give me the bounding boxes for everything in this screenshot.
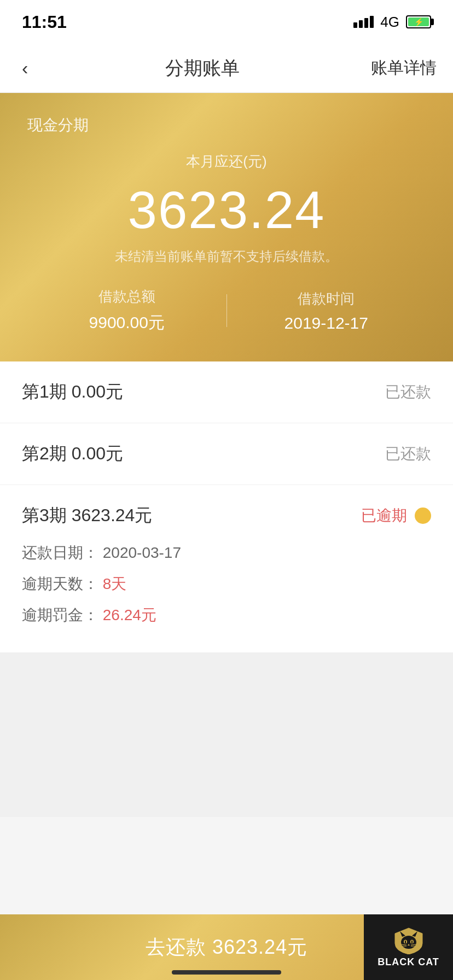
- installment-header-3: 第3期 3623.24元 已逾期: [22, 504, 431, 528]
- hero-subtitle: 本月应还(元): [27, 152, 426, 171]
- installment-detail-3: 还款日期： 2020-03-17 逾期天数： 8天 逾期罚金： 26.24元: [22, 541, 431, 627]
- svg-point-0: [401, 936, 416, 949]
- overdue-fine-row: 逾期罚金： 26.24元: [22, 603, 431, 628]
- loan-date-item: 借款时间 2019-12-17: [227, 289, 426, 332]
- installment-list: 第1期 0.00元 已还款 第2期 0.00元 已还款 第3期 3623.24元…: [0, 361, 453, 653]
- svg-point-6: [411, 940, 413, 943]
- hero-info-row: 借款总额 9900.00元 借款时间 2019-12-17: [27, 287, 426, 334]
- installment-title-1: 第1期 0.00元: [22, 380, 123, 404]
- overdue-fine-value: 26.24元: [103, 606, 156, 623]
- overdue-dot-icon: [415, 508, 431, 524]
- hero-amount: 3623.24: [27, 180, 426, 240]
- loan-total-value: 9900.00元: [27, 312, 226, 334]
- bottom-cta-label[interactable]: 去还款 3623.24元: [146, 934, 307, 961]
- installment-status-1: 已还款: [385, 382, 431, 402]
- repay-date-row: 还款日期： 2020-03-17: [22, 541, 431, 565]
- loan-date-value: 2019-12-17: [227, 314, 426, 332]
- back-button[interactable]: ‹: [16, 52, 33, 84]
- hero-tag: 现金分期: [27, 115, 426, 136]
- hero-notice: 未结清当前账单前暂不支持后续借款。: [27, 248, 426, 265]
- battery-icon: ⚡: [406, 15, 431, 28]
- overdue-days-value: 8天: [103, 575, 127, 592]
- status-icons: 4G ⚡: [353, 14, 431, 31]
- repay-date-value: 2020-03-17: [103, 544, 181, 561]
- detail-button[interactable]: 账单详情: [371, 57, 437, 79]
- nav-bar: ‹ 分期账单 账单详情: [0, 44, 453, 93]
- overdue-fine-label: 逾期罚金：: [22, 606, 98, 623]
- overdue-days-row: 逾期天数： 8天: [22, 572, 431, 597]
- installment-item-2: 第2期 0.00元 已还款: [0, 423, 453, 485]
- status-bar: 11:51 4G ⚡: [0, 0, 453, 44]
- installment-header-2: 第2期 0.00元 已还款: [22, 442, 431, 466]
- repay-date-label: 还款日期：: [22, 544, 98, 561]
- installment-item-3: 第3期 3623.24元 已逾期 还款日期： 2020-03-17 逾期天数： …: [0, 485, 453, 653]
- status-time: 11:51: [22, 12, 67, 32]
- loan-total-label: 借款总额: [27, 287, 226, 306]
- signal-bars-icon: [353, 16, 374, 28]
- network-label: 4G: [380, 14, 399, 31]
- hero-banner: 现金分期 本月应还(元) 3623.24 未结清当前账单前暂不支持后续借款。 借…: [0, 93, 453, 361]
- black-cat-watermark: BLACK CAT: [364, 914, 453, 980]
- loan-date-label: 借款时间: [227, 289, 426, 308]
- installment-header-1: 第1期 0.00元 已还款: [22, 380, 431, 404]
- black-cat-label: BLACK CAT: [378, 956, 439, 968]
- loan-total-item: 借款总额 9900.00元: [27, 287, 226, 334]
- page-title: 分期账单: [165, 56, 240, 81]
- installment-status-2: 已还款: [385, 444, 431, 464]
- installment-title-2: 第2期 0.00元: [22, 442, 123, 466]
- home-indicator: [172, 970, 281, 975]
- svg-point-5: [405, 940, 406, 943]
- gray-spacer: [0, 653, 453, 817]
- installment-item-1: 第1期 0.00元 已还款: [0, 361, 453, 423]
- installment-status-3: 已逾期: [361, 505, 431, 526]
- black-cat-logo-icon: [392, 927, 425, 954]
- installment-title-3: 第3期 3623.24元: [22, 504, 152, 528]
- overdue-days-label: 逾期天数：: [22, 575, 98, 592]
- overdue-label: 已逾期: [361, 505, 407, 526]
